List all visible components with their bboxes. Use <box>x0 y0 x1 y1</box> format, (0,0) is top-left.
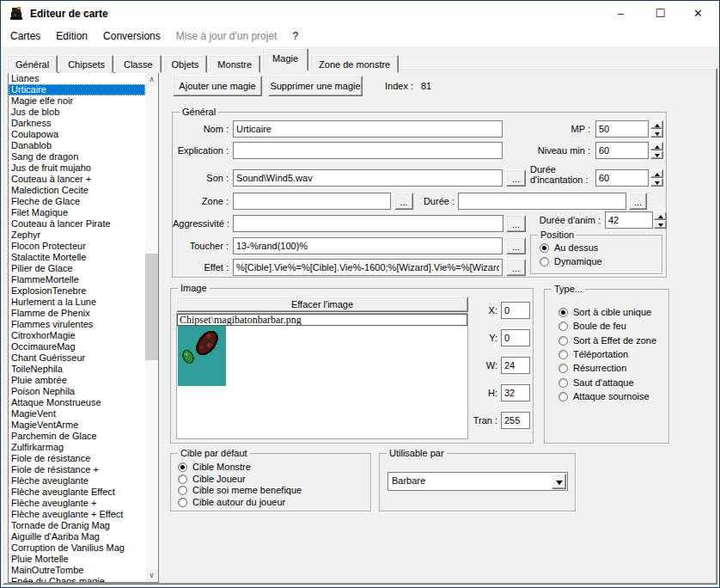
mp-input[interactable] <box>595 120 649 138</box>
usable-by-dropdown[interactable]: Barbare <box>387 472 568 491</box>
son-browse-button[interactable]: ... <box>506 169 526 187</box>
menu-item[interactable]: ? <box>284 27 306 46</box>
aggressivite-input[interactable] <box>233 215 503 232</box>
tab[interactable]: Monstre <box>209 55 260 73</box>
spell-list-item[interactable]: Magie elfe noir <box>9 95 145 107</box>
spell-list-item[interactable]: Jus de blob <box>9 107 145 118</box>
spell-list-scrollbar[interactable]: ∧ ∨ <box>145 73 158 582</box>
duree-anim-input[interactable] <box>605 211 653 229</box>
mp-spinner[interactable] <box>650 120 663 138</box>
spin-down-icon[interactable] <box>650 129 663 138</box>
scroll-down-icon[interactable]: ∨ <box>145 569 158 582</box>
spell-list-item[interactable]: Flammes virulentes <box>9 319 145 330</box>
spin-down-icon[interactable] <box>650 178 663 187</box>
delete-magic-button[interactable]: Supprimer une magie <box>268 76 363 96</box>
tab[interactable]: Magie <box>262 48 308 70</box>
spell-list-item[interactable]: Sang de dragon <box>9 151 145 162</box>
spell-list-item[interactable]: Lianes <box>9 73 145 84</box>
tab[interactable]: Classe <box>115 55 162 73</box>
spell-list-item[interactable]: MagieVent <box>9 408 145 420</box>
spell-list-item[interactable]: ToileNephila <box>9 364 145 375</box>
explication-input[interactable] <box>233 142 503 159</box>
tab[interactable]: Général <box>7 55 58 73</box>
toucher-browse-button[interactable]: ... <box>506 237 526 254</box>
spell-list-item[interactable]: FlammeMortelle <box>9 274 145 285</box>
w-input[interactable] <box>501 357 530 374</box>
duree-anim-spinner[interactable] <box>654 211 667 229</box>
spell-list-item[interactable]: Pluie ambrée <box>9 375 145 386</box>
spin-up-icon[interactable] <box>650 169 663 178</box>
spell-list-item[interactable]: Attaque Monstrueuse <box>9 397 145 408</box>
spell-list-item[interactable]: Darkness <box>9 118 145 129</box>
close-button[interactable]: ✕ <box>679 1 717 27</box>
spell-list-item[interactable]: Tornade de Dranig Mag <box>9 520 145 531</box>
maximize-button[interactable]: ☐ <box>641 1 680 27</box>
spin-down-icon[interactable] <box>654 220 667 229</box>
spell-list-item[interactable]: Danablob <box>9 140 145 151</box>
spell-list-item[interactable]: Couteau à lancer + <box>9 174 145 185</box>
tab[interactable]: Objets <box>163 55 208 73</box>
spell-list-item[interactable]: Stalactite Mortelle <box>9 252 145 263</box>
duree-browse-button[interactable]: ... <box>629 193 647 210</box>
spell-list-item[interactable]: MagieVentArme <box>9 420 145 431</box>
spell-list-item[interactable]: Zulfirkarmag <box>9 442 145 453</box>
aggressivite-browse-button[interactable]: ... <box>506 215 526 232</box>
dropdown-button[interactable] <box>552 474 566 489</box>
spin-up-icon[interactable] <box>654 211 667 220</box>
spell-list-item[interactable]: Aiguille d'Aariba Mag <box>9 531 145 542</box>
spell-list-item[interactable]: ExplosionTenebre <box>9 285 145 297</box>
effet-input[interactable] <box>233 259 503 276</box>
spell-list-item[interactable]: Filet Magique <box>9 207 145 218</box>
spell-list-item[interactable]: Flèche aveuglante + <box>9 498 145 509</box>
clear-image-button[interactable]: Effacer l'image <box>176 297 468 312</box>
toucher-input[interactable] <box>233 237 503 254</box>
duree-incantation-input[interactable] <box>595 169 649 187</box>
spell-list-item[interactable]: Chant Guérisseur <box>9 352 145 364</box>
spin-up-icon[interactable] <box>650 142 663 150</box>
y-input[interactable] <box>501 329 530 346</box>
niveau-min-spinner[interactable] <box>650 142 663 159</box>
spell-list-item[interactable]: OccimaureMag <box>9 341 145 352</box>
menu-item[interactable]: Edition <box>48 27 95 46</box>
duree-incantation-spinner[interactable] <box>650 169 663 187</box>
spell-list-item[interactable]: Couteau à lancer Pirate <box>9 218 145 230</box>
spell-list-item[interactable]: Parchemin de Glace <box>9 431 145 442</box>
spell-list-item[interactable]: Epée du Chaos magie <box>9 576 145 583</box>
effet-browse-button[interactable]: ... <box>506 259 526 276</box>
scrollbar-thumb[interactable] <box>145 254 158 360</box>
spell-list-item[interactable]: Urticaire <box>9 84 145 95</box>
menu-item[interactable]: Mise à jour d'un projet <box>168 27 285 46</box>
spell-list-item[interactable]: Jus de fruit mujaho <box>9 162 145 174</box>
tab[interactable]: Zone de monstre <box>310 55 399 73</box>
spell-list-item[interactable]: Flamme de Phenix <box>9 308 145 319</box>
tab[interactable]: Chipsets <box>59 55 113 73</box>
spin-up-icon[interactable] <box>650 120 663 129</box>
spell-list-item[interactable]: Pluie Mortelle <box>9 554 145 565</box>
spin-down-icon[interactable] <box>650 150 663 159</box>
spell-list-item[interactable]: Pilier de Glace <box>9 263 145 274</box>
image-filename-item[interactable]: Chipset\magibatonbarbar.png <box>177 314 467 326</box>
spell-list-item[interactable]: Corruption de Vanilius Mag <box>9 542 145 554</box>
spell-list-item[interactable]: Malediction Cecite <box>9 185 145 196</box>
duree-input[interactable] <box>458 193 626 210</box>
niveau-min-input[interactable] <box>595 142 649 159</box>
tran-input[interactable] <box>501 412 530 429</box>
spell-list-item[interactable]: Fleche de Glace <box>9 196 145 207</box>
spell-list-item[interactable]: Zephyr <box>9 230 145 241</box>
spell-list-item[interactable]: CitroxhorMagie <box>9 330 145 341</box>
spell-list-item[interactable]: Poison Nephila <box>9 386 145 397</box>
add-magic-button[interactable]: Ajouter une magie <box>173 76 262 96</box>
menu-item[interactable]: Conversions <box>95 27 168 46</box>
spell-list-item[interactable]: MainOutreTombe <box>9 565 145 576</box>
scroll-up-icon[interactable]: ∧ <box>145 73 158 86</box>
h-input[interactable] <box>501 384 530 401</box>
menu-item[interactable]: Cartes <box>3 27 48 46</box>
zone-input[interactable] <box>233 193 391 210</box>
x-input[interactable] <box>501 302 530 319</box>
son-input[interactable] <box>233 169 503 187</box>
spell-list-item[interactable]: Flocon Protecteur <box>9 241 145 252</box>
minimize-button[interactable]: – <box>601 1 640 27</box>
spell-list-item[interactable]: Coulapowa <box>9 129 145 140</box>
spell-list-item[interactable]: Flèche aveuglante <box>9 475 145 487</box>
nom-input[interactable] <box>233 120 503 138</box>
